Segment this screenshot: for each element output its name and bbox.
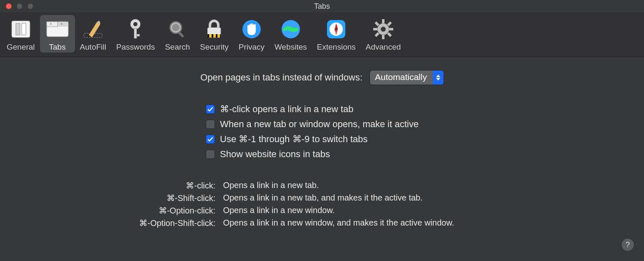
tabs-pane: Open pages in tabs instead of windows: A…: [0, 57, 644, 236]
switch-icon: [8, 17, 33, 42]
open-pages-row: Open pages in tabs instead of windows: A…: [17, 70, 627, 85]
svg-marker-9: [89, 22, 100, 38]
svg-rect-18: [178, 31, 185, 38]
checkbox-icon: [206, 135, 215, 144]
toolbar-item-websites[interactable]: Websites: [270, 15, 312, 53]
svg-rect-35: [382, 35, 384, 39]
svg-rect-5: [47, 22, 57, 27]
key-icon: [123, 17, 148, 42]
toolbar-label: Search: [165, 43, 190, 52]
title-bar: Tabs: [0, 0, 644, 13]
svg-marker-42: [436, 75, 440, 77]
compass-icon: [324, 17, 349, 42]
svg-point-31: [335, 28, 337, 30]
hand-stop-icon: [239, 17, 264, 42]
toolbar-label: Websites: [275, 43, 307, 52]
svg-rect-15: [137, 34, 140, 36]
magnifying-glass-icon: [165, 17, 190, 42]
toolbar-label: AutoFill: [80, 43, 106, 52]
toolbar-label: Extensions: [317, 43, 356, 52]
checkbox-show-favicons[interactable]: Show website icons in tabs: [206, 149, 627, 160]
toolbar-label: Privacy: [239, 43, 265, 52]
toolbar-label: General: [7, 43, 35, 52]
question-mark-icon: ?: [626, 241, 630, 249]
shortcut-key: ⌘-click:: [186, 181, 215, 191]
gear-icon: [371, 17, 396, 42]
svg-rect-2: [22, 23, 26, 35]
checkbox-make-active[interactable]: When a new tab or window opens, make it …: [206, 119, 627, 130]
svg-point-33: [381, 27, 386, 32]
toolbar-item-extensions[interactable]: Extensions: [312, 15, 361, 53]
svg-rect-37: [389, 28, 393, 30]
svg-point-17: [172, 24, 180, 31]
toolbar-item-search[interactable]: Search: [160, 15, 195, 53]
preferences-window: Tabs General × +: [0, 0, 644, 261]
pencil-form-icon: [80, 17, 105, 42]
toolbar-label: Passwords: [116, 43, 155, 52]
svg-rect-14: [134, 28, 137, 38]
toolbar-item-security[interactable]: Security: [195, 15, 234, 53]
shortcut-key: ⌘-Shift-click:: [167, 193, 216, 203]
help-button[interactable]: ?: [622, 238, 634, 251]
shortcut-key: ⌘-Option-click:: [159, 206, 216, 216]
open-pages-value: Automatically: [370, 70, 433, 85]
svg-rect-21: [209, 34, 212, 38]
shortcut-desc: Opens a link in a new tab, and makes it …: [223, 193, 454, 203]
preferences-toolbar: General × + Tabs: [0, 13, 644, 57]
window-title: Tabs: [0, 2, 644, 11]
shortcut-key: ⌘-Option-Shift-click:: [139, 218, 215, 228]
shortcut-desc: Opens a link in a new tab.: [223, 181, 454, 191]
toolbar-item-passwords[interactable]: Passwords: [111, 15, 160, 53]
shortcut-desc: Opens a link in a new window.: [223, 206, 454, 216]
svg-rect-36: [373, 28, 377, 30]
toolbar-label: Security: [200, 43, 229, 52]
svg-rect-1: [16, 23, 20, 35]
lock-icon: [202, 17, 227, 42]
svg-text:×: ×: [50, 22, 52, 26]
shortcut-help: ⌘-click: Opens a link in a new tab. ⌘-Sh…: [139, 181, 627, 228]
toolbar-label: Tabs: [49, 43, 66, 52]
shortcut-desc: Opens a link in a new window, and makes …: [223, 218, 454, 228]
checkbox-icon: [206, 105, 215, 114]
checkbox-icon: [206, 120, 215, 129]
toolbar-item-tabs[interactable]: × + Tabs: [40, 15, 75, 53]
checkbox-cmd-click-new-tab[interactable]: ⌘-click opens a link in a new tab: [206, 104, 627, 115]
svg-rect-34: [382, 19, 384, 23]
svg-rect-0: [12, 21, 30, 38]
svg-rect-23: [217, 34, 220, 38]
svg-rect-22: [213, 34, 216, 38]
svg-point-13: [133, 22, 137, 26]
globe-icon: [278, 17, 303, 42]
checkbox-label: Use ⌘-1 through ⌘-9 to switch tabs: [220, 134, 368, 145]
checkbox-label: When a new tab or window opens, make it …: [220, 119, 419, 130]
checkbox-group: ⌘-click opens a link in a new tab When a…: [206, 104, 627, 160]
stepper-arrows-icon: [433, 70, 444, 85]
toolbar-item-general[interactable]: General: [2, 15, 40, 53]
checkbox-cmd-number-switch[interactable]: Use ⌘-1 through ⌘-9 to switch tabs: [206, 134, 627, 145]
open-pages-label: Open pages in tabs instead of windows:: [200, 72, 362, 83]
checkbox-label: Show website icons in tabs: [220, 149, 330, 160]
toolbar-item-privacy[interactable]: Privacy: [234, 15, 270, 53]
checkbox-icon: [206, 150, 215, 159]
open-pages-select[interactable]: Automatically: [370, 70, 444, 85]
toolbar-item-autofill[interactable]: AutoFill: [75, 15, 111, 53]
svg-marker-43: [436, 78, 440, 80]
toolbar-label: Advanced: [366, 43, 401, 52]
svg-text:+: +: [60, 22, 63, 26]
tabs-icon: × +: [45, 17, 70, 42]
toolbar-item-advanced[interactable]: Advanced: [361, 15, 406, 53]
checkbox-label: ⌘-click opens a link in a new tab: [220, 104, 353, 115]
